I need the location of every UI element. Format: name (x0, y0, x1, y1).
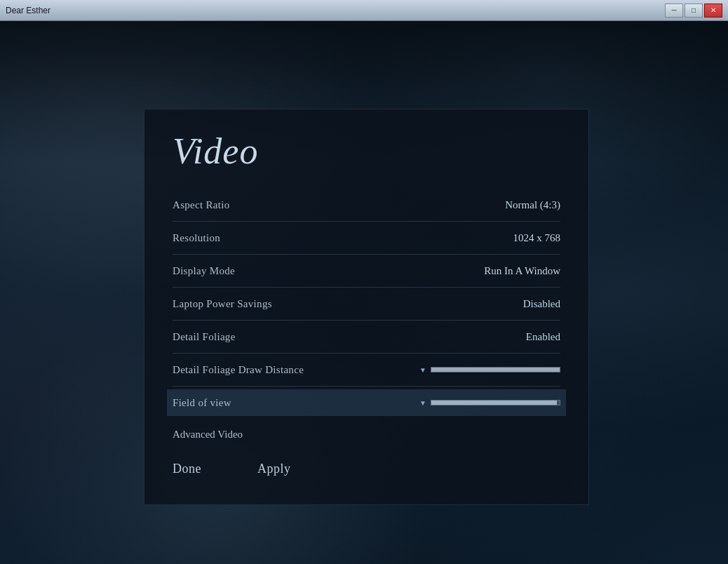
field-of-view-slider[interactable] (431, 400, 560, 405)
detail-foliage-value[interactable]: Enabled (448, 331, 560, 343)
divider (173, 320, 560, 321)
close-button[interactable]: ✕ (704, 4, 722, 18)
detail-foliage-draw-distance-slider[interactable] (431, 367, 560, 372)
detail-foliage-row: Detail Foliage Enabled (173, 323, 560, 350)
detail-foliage-draw-distance-label: Detail Foliage Draw Distance (173, 364, 304, 376)
aspect-ratio-row: Aspect Ratio Normal (4:3) (173, 192, 560, 218)
advanced-video-link[interactable]: Advanced Video (173, 429, 560, 441)
slider-left-arrow[interactable]: ▼ (419, 366, 426, 374)
divider (173, 386, 560, 387)
window-title: Dear Esther (6, 6, 50, 15)
detail-foliage-label: Detail Foliage (173, 331, 236, 343)
laptop-power-savings-row: Laptop Power Savings Disabled (173, 290, 560, 317)
field-of-view-slider-container: ▼ (406, 399, 560, 407)
divider (173, 287, 560, 288)
window-controls: ─ □ ✕ (665, 4, 722, 18)
dialog-title: Video (173, 130, 560, 172)
resolution-value[interactable]: 1024 x 768 (448, 232, 560, 244)
apply-button[interactable]: Apply (257, 462, 291, 476)
minimize-button[interactable]: ─ (665, 4, 683, 18)
video-settings-dialog: Video Aspect Ratio Normal (4:3) Resoluti… (144, 109, 589, 505)
detail-foliage-draw-distance-row: Detail Foliage Draw Distance ▼ (173, 356, 560, 383)
titlebar: Dear Esther ─ □ ✕ (0, 0, 728, 21)
detail-foliage-draw-distance-slider-container: ▼ (406, 366, 560, 374)
field-of-view-row: Field of view ▼ (167, 389, 566, 416)
resolution-label: Resolution (173, 232, 220, 244)
divider (173, 221, 560, 222)
divider (173, 254, 560, 255)
slider-fill-fov (431, 401, 557, 405)
laptop-power-savings-label: Laptop Power Savings (173, 298, 272, 310)
display-mode-row: Display Mode Run In A Window (173, 257, 560, 284)
laptop-power-savings-value[interactable]: Disabled (448, 298, 560, 310)
divider (173, 353, 560, 354)
aspect-ratio-value[interactable]: Normal (4:3) (448, 199, 560, 211)
buttons-row: Done Apply (173, 462, 560, 476)
display-mode-label: Display Mode (173, 265, 235, 277)
aspect-ratio-label: Aspect Ratio (173, 199, 230, 211)
display-mode-value[interactable]: Run In A Window (448, 265, 560, 277)
slider-left-arrow-fov[interactable]: ▼ (419, 399, 426, 407)
done-button[interactable]: Done (173, 462, 201, 476)
slider-fill (431, 368, 560, 372)
maximize-button[interactable]: □ (685, 4, 703, 18)
resolution-row: Resolution 1024 x 768 (173, 224, 560, 251)
field-of-view-label: Field of view (173, 397, 231, 409)
